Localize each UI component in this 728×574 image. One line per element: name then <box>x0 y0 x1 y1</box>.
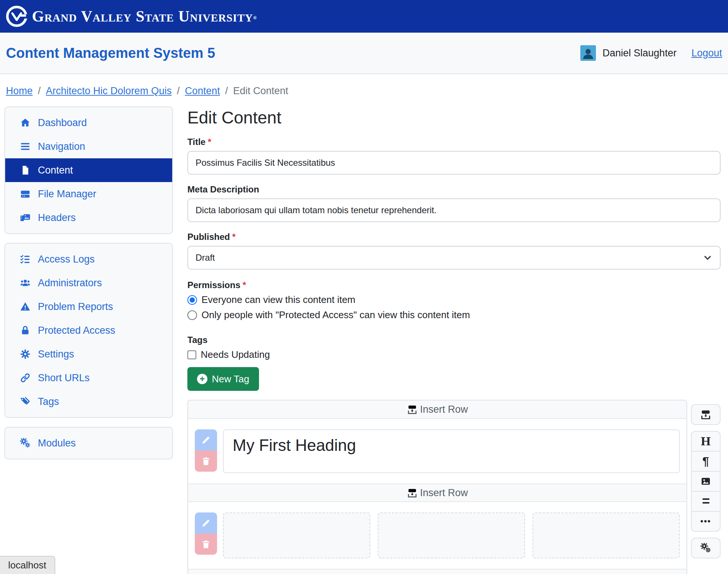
editor-canvas: Insert Row My First Heading <box>187 400 687 574</box>
content-editor: Insert Row My First Heading <box>187 400 721 574</box>
trash-icon <box>201 456 211 466</box>
app-header: Content Management System 5 Daniel Slaug… <box>0 33 728 74</box>
registered-mark: ® <box>253 15 257 20</box>
sidebar-group-modules: Modules <box>4 427 173 459</box>
editor-row-empty <box>188 502 686 569</box>
title-input[interactable]: Possimus Facilis Sit Necessitatibus <box>187 151 721 175</box>
insert-row-button-bottom[interactable]: Insert Row <box>188 569 686 574</box>
bars-icon <box>19 141 31 152</box>
meta-description-input[interactable]: Dicta laboriosam qui ullam totam nobis t… <box>187 198 721 222</box>
gear-icon <box>19 349 31 359</box>
sidebar-item-modules[interactable]: Modules <box>5 431 172 455</box>
app-title: Content Management System 5 <box>6 45 215 61</box>
breadcrumb-home[interactable]: Home <box>6 85 33 97</box>
meta-description-label: Meta Description <box>187 184 721 195</box>
sidebar: Dashboard Navigation Content File Manage… <box>4 106 173 468</box>
needs-updating-checkbox[interactable] <box>187 350 196 359</box>
image-block-button[interactable] <box>691 471 721 492</box>
sidebar-item-dashboard[interactable]: Dashboard <box>5 111 172 135</box>
published-label: Published* <box>187 232 721 242</box>
insert-row-icon <box>407 405 418 415</box>
chevron-down-icon <box>703 253 712 263</box>
sidebar-item-content[interactable]: Content <box>5 158 172 182</box>
file-icon <box>19 165 31 175</box>
photo-film-icon <box>19 212 31 223</box>
insert-row-tool-button[interactable] <box>691 404 721 425</box>
sidebar-item-access-logs[interactable]: Access Logs <box>5 247 172 271</box>
sidebar-item-problem-reports[interactable]: Problem Reports <box>5 295 172 319</box>
tags-icon <box>19 396 31 407</box>
breadcrumb-current: Edit Content <box>233 85 288 97</box>
new-tag-button[interactable]: + New Tag <box>187 367 259 391</box>
page-title: Edit Content <box>187 106 721 129</box>
sidebar-item-short-urls[interactable]: Short URLs <box>5 366 172 390</box>
breadcrumb-separator: / <box>225 85 228 97</box>
sidebar-item-tags[interactable]: Tags <box>5 390 172 413</box>
brand-bar: Grand Valley State University® <box>0 0 728 33</box>
person-icon <box>581 46 596 61</box>
required-marker: * <box>232 232 236 242</box>
breadcrumb-content[interactable]: Content <box>185 85 220 97</box>
list-check-icon <box>19 254 31 264</box>
logout-link[interactable]: Logout <box>691 47 722 59</box>
lock-icon <box>19 325 31 336</box>
tags-label: Tags <box>187 335 721 345</box>
paragraph-block-button[interactable]: ¶ <box>691 451 721 472</box>
brand-wordmark: Grand Valley State University® <box>32 7 257 25</box>
breadcrumb: Home / Architecto Hic Dolorem Quis / Con… <box>0 74 728 106</box>
published-select[interactable]: Draft <box>187 246 721 270</box>
sidebar-item-administrators[interactable]: Administrators <box>5 271 172 295</box>
gears-icon <box>19 438 31 448</box>
radio-everyone[interactable] <box>187 295 197 305</box>
sidebar-group-primary: Dashboard Navigation Content File Manage… <box>4 106 173 234</box>
sidebar-item-headers[interactable]: Headers <box>5 206 172 230</box>
status-bar: localhost <box>0 556 55 574</box>
module-block-button[interactable] <box>691 538 721 558</box>
block-toolbar: H ¶ = ••• <box>691 404 721 558</box>
edit-row-button[interactable] <box>195 512 217 534</box>
breadcrumb-site[interactable]: Architecto Hic Dolorem Quis <box>46 85 172 97</box>
gvsu-logo-icon <box>5 5 28 28</box>
user-avatar <box>580 45 596 61</box>
users-icon <box>19 278 31 288</box>
title-label: Title* <box>187 137 721 147</box>
sidebar-item-navigation[interactable]: Navigation <box>5 135 172 158</box>
user-name: Daniel Slaughter <box>603 47 677 59</box>
heading-block[interactable]: My First Heading <box>223 429 680 473</box>
insert-row-icon <box>407 488 418 498</box>
sidebar-item-protected-access[interactable]: Protected Access <box>5 319 172 342</box>
insert-row-icon <box>700 409 711 420</box>
pencil-icon <box>201 518 211 528</box>
delete-row-button[interactable] <box>195 451 217 472</box>
sidebar-group-admin: Access Logs Administrators Problem Repor… <box>4 243 173 418</box>
sidebar-item-settings[interactable]: Settings <box>5 342 172 366</box>
pencil-icon <box>201 435 211 445</box>
home-icon <box>19 118 31 128</box>
permissions-option-protected: Only people with "Protected Access" can … <box>187 309 721 321</box>
block-type-group: H ¶ = ••• <box>691 431 721 532</box>
empty-column-cell[interactable] <box>223 512 370 558</box>
required-marker: * <box>243 280 246 290</box>
hard-drive-icon <box>19 189 31 199</box>
editor-row-heading: My First Heading <box>188 419 686 484</box>
main-content: Edit Content Title* Possimus Facilis Sit… <box>187 106 721 574</box>
divider-block-button[interactable]: = <box>691 491 721 512</box>
empty-column-cell[interactable] <box>532 512 680 558</box>
gears-icon <box>700 543 711 553</box>
required-marker: * <box>208 137 211 147</box>
empty-column-cell[interactable] <box>378 512 525 558</box>
breadcrumb-separator: / <box>177 85 180 97</box>
sidebar-item-file-manager[interactable]: File Manager <box>5 182 172 206</box>
edit-row-button[interactable] <box>195 429 217 451</box>
plus-circle-icon: + <box>197 374 207 384</box>
trash-icon <box>201 540 211 549</box>
more-blocks-button[interactable]: ••• <box>691 511 721 532</box>
breadcrumb-separator: / <box>38 85 41 97</box>
tag-needs-updating: Needs Updating <box>187 349 721 360</box>
radio-protected[interactable] <box>187 310 197 320</box>
image-icon <box>700 476 711 486</box>
insert-row-button-top[interactable]: Insert Row <box>188 400 686 419</box>
insert-row-button-middle[interactable]: Insert Row <box>188 484 686 502</box>
heading-block-button[interactable]: H <box>691 431 721 452</box>
delete-row-button[interactable] <box>195 534 217 555</box>
